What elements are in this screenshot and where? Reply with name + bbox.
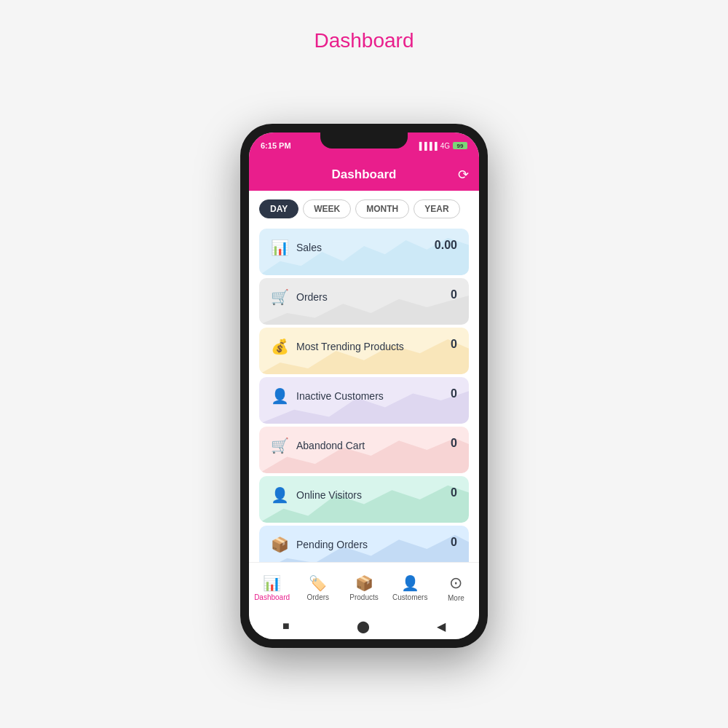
customers-nav-icon: 👤 bbox=[401, 574, 419, 592]
phone-frame: 6:15 PM ▐▐▐▐ 4G 99 Dashboard ⟳ DAY WEEK … bbox=[240, 124, 488, 648]
stat-left-abandoned: 🛒 Abandond Cart bbox=[271, 437, 365, 454]
nav-orders[interactable]: 🏷️ Orders bbox=[295, 570, 341, 606]
battery-icon: 99 bbox=[453, 142, 467, 149]
nav-dashboard[interactable]: 📊 Dashboard bbox=[249, 570, 295, 606]
page-title: Dashboard bbox=[314, 29, 414, 52]
pending-icon: 📦 bbox=[271, 536, 289, 553]
android-back-btn[interactable]: ◀ bbox=[437, 620, 446, 633]
visitors-value: 0 bbox=[451, 486, 457, 499]
network-type: 4G bbox=[440, 142, 450, 150]
nav-customers[interactable]: 👤 Customers bbox=[387, 570, 433, 606]
orders-nav-label: Orders bbox=[307, 593, 330, 601]
stat-card-trending[interactable]: 💰 Most Trending Products 0 bbox=[259, 328, 469, 374]
stat-left-visitors: 👤 Online Visitors bbox=[271, 486, 362, 504]
stat-card-inactive[interactable]: 👤 Inactive Customers 0 bbox=[259, 377, 469, 424]
app-header: Dashboard ⟳ bbox=[249, 159, 479, 191]
orders-nav-icon: 🏷️ bbox=[309, 574, 327, 592]
more-nav-icon: ⊙ bbox=[449, 574, 462, 593]
status-time: 6:15 PM bbox=[261, 141, 291, 150]
tab-week[interactable]: WEEK bbox=[303, 199, 351, 218]
tab-month[interactable]: MONTH bbox=[355, 199, 409, 218]
visitors-label: Online Visitors bbox=[296, 489, 362, 501]
more-nav-label: More bbox=[448, 594, 464, 602]
products-nav-icon: 📦 bbox=[355, 574, 373, 592]
stat-left-orders: 🛒 Orders bbox=[271, 288, 328, 306]
trending-label: Most Trending Products bbox=[296, 341, 404, 352]
orders-label: Orders bbox=[296, 291, 328, 303]
customers-nav-label: Customers bbox=[392, 593, 427, 601]
abandoned-icon: 🛒 bbox=[271, 437, 289, 454]
pending-label: Pending Orders bbox=[296, 539, 368, 550]
stat-card-sales[interactable]: 📊 Sales 0.00 bbox=[259, 229, 469, 275]
stat-left-sales: 📊 Sales bbox=[271, 239, 322, 256]
stat-left-inactive: 👤 Inactive Customers bbox=[271, 387, 384, 405]
stat-card-abandoned[interactable]: 🛒 Abandond Cart 0 bbox=[259, 427, 469, 473]
signal-icon: ▐▐▐▐ bbox=[416, 142, 437, 150]
nav-more[interactable]: ⊙ More bbox=[433, 569, 479, 606]
trending-value: 0 bbox=[451, 338, 457, 351]
notch bbox=[320, 132, 408, 149]
pending-value: 0 bbox=[451, 536, 457, 549]
stat-left-trending: 💰 Most Trending Products bbox=[271, 338, 404, 355]
android-square-btn[interactable]: ■ bbox=[282, 620, 290, 633]
stat-card-visitors[interactable]: 👤 Online Visitors 0 bbox=[259, 476, 469, 523]
abandoned-value: 0 bbox=[451, 437, 457, 450]
android-home-btn[interactable]: ⬤ bbox=[357, 620, 370, 633]
inactive-label: Inactive Customers bbox=[296, 390, 384, 402]
status-bar: 6:15 PM ▐▐▐▐ 4G 99 bbox=[249, 132, 479, 159]
nav-products[interactable]: 📦 Products bbox=[341, 570, 387, 606]
inactive-value: 0 bbox=[451, 387, 457, 400]
refresh-button[interactable]: ⟳ bbox=[458, 167, 469, 183]
trending-icon: 💰 bbox=[271, 338, 289, 355]
stat-card-pending[interactable]: 📦 Pending Orders 0 bbox=[259, 526, 469, 562]
sales-value: 0.00 bbox=[435, 239, 457, 252]
bottom-nav: 📊 Dashboard 🏷️ Orders 📦 Products 👤 Custo… bbox=[249, 562, 479, 613]
sales-icon: 📊 bbox=[271, 239, 289, 256]
app-header-title: Dashboard bbox=[332, 167, 397, 182]
phone-screen: 6:15 PM ▐▐▐▐ 4G 99 Dashboard ⟳ DAY WEEK … bbox=[249, 132, 479, 639]
orders-value: 0 bbox=[451, 288, 457, 301]
stat-left-pending: 📦 Pending Orders bbox=[271, 536, 368, 553]
abandoned-label: Abandond Cart bbox=[296, 440, 365, 451]
period-tab-bar: DAY WEEK MONTH YEAR bbox=[249, 191, 479, 226]
tab-year[interactable]: YEAR bbox=[414, 199, 459, 218]
android-nav-bar: ■ ⬤ ◀ bbox=[249, 613, 479, 639]
orders-icon: 🛒 bbox=[271, 288, 289, 306]
sales-label: Sales bbox=[296, 242, 322, 253]
main-content: DAY WEEK MONTH YEAR 📊 Sales 0.00 🛒 bbox=[249, 191, 479, 562]
inactive-icon: 👤 bbox=[271, 387, 289, 405]
dashboard-nav-label: Dashboard bbox=[254, 593, 290, 601]
dashboard-nav-icon: 📊 bbox=[263, 574, 281, 592]
products-nav-label: Products bbox=[349, 593, 378, 601]
tab-day[interactable]: DAY bbox=[259, 199, 298, 218]
visitors-icon: 👤 bbox=[271, 486, 289, 504]
status-right: ▐▐▐▐ 4G 99 bbox=[416, 142, 467, 150]
stat-card-orders[interactable]: 🛒 Orders 0 bbox=[259, 278, 469, 325]
